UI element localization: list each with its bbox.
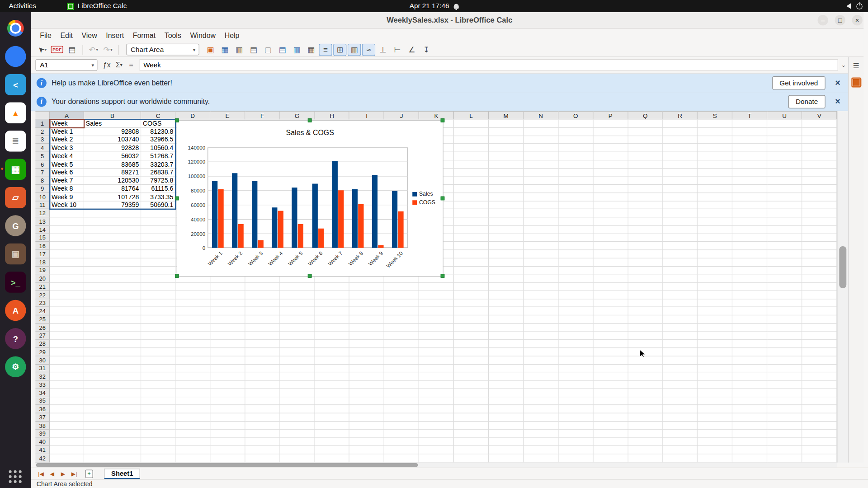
cell-V16[interactable] [802,242,837,250]
cell-U24[interactable] [767,307,802,315]
cell-V40[interactable] [802,438,837,446]
cell-J27[interactable] [384,332,419,340]
cell-I38[interactable] [349,422,384,430]
cell-A38[interactable] [50,422,84,430]
cell-E39[interactable] [210,430,245,438]
cell-I41[interactable] [349,446,384,454]
vertical-scrollbar-thumb[interactable] [839,246,846,288]
cell-O35[interactable] [558,397,593,405]
cell-R38[interactable] [663,422,698,430]
row-header-5[interactable]: 5 [35,152,50,160]
cell-R18[interactable] [663,258,698,267]
cell-U1[interactable] [767,119,802,127]
cell-P17[interactable] [593,250,628,258]
cell-U27[interactable] [767,332,802,340]
cell-E21[interactable] [210,283,245,291]
get-involved-button[interactable]: Get involved [772,76,825,89]
cell-G24[interactable] [280,307,315,315]
cell-D23[interactable] [175,299,210,307]
cell-V6[interactable] [802,160,837,169]
cell-S20[interactable] [698,275,732,283]
cell-O3[interactable] [558,136,593,144]
cell-U34[interactable] [767,389,802,397]
menu-format[interactable]: Format [128,30,160,42]
cell-K36[interactable] [419,405,454,413]
cell-S41[interactable] [698,446,732,454]
menu-file[interactable]: File [35,30,56,42]
row-header-30[interactable]: 30 [35,356,50,364]
cell-B36[interactable] [84,405,141,413]
cell-T21[interactable] [732,283,767,291]
last-sheet-icon[interactable]: ▶| [70,470,79,476]
cell-S14[interactable] [698,225,732,234]
cell-K41[interactable] [419,446,454,454]
cell-G27[interactable] [280,332,315,340]
cell-U4[interactable] [767,144,802,152]
cell-O29[interactable] [558,348,593,356]
cell-U19[interactable] [767,267,802,275]
cell-R27[interactable] [663,332,698,340]
row-header-1[interactable]: 1 [35,119,50,127]
cell-P16[interactable] [593,242,628,250]
cell-E40[interactable] [210,438,245,446]
cell-M4[interactable] [489,144,524,152]
sidebar-settings-icon[interactable]: ☰ [853,61,859,70]
cell-B14[interactable] [84,225,141,234]
column-header-S[interactable]: S [698,111,732,119]
cell-T37[interactable] [732,413,767,422]
cell-U39[interactable] [767,430,802,438]
cell-I22[interactable] [349,291,384,299]
cell-O21[interactable] [558,283,593,291]
cell-O26[interactable] [558,324,593,332]
cell-V24[interactable] [802,307,837,315]
cell-O6[interactable] [558,160,593,169]
selection-handle[interactable] [441,118,445,122]
cell-C6[interactable]: 33203.7 [141,160,175,169]
cell-N3[interactable] [524,136,558,144]
cell-N41[interactable] [524,446,558,454]
cell-S7[interactable] [698,169,732,177]
cell-L7[interactable] [454,169,489,177]
cell-B40[interactable] [84,438,141,446]
cell-R14[interactable] [663,225,698,234]
cell-F21[interactable] [245,283,280,291]
cell-R5[interactable] [663,152,698,160]
cell-Q11[interactable] [628,201,663,209]
chrome-icon[interactable] [5,18,26,39]
cell-V8[interactable] [802,177,837,185]
cell-S40[interactable] [698,438,732,446]
cell-H41[interactable] [315,446,349,454]
cell-C16[interactable] [141,242,175,250]
cell-C3[interactable]: 32966.5 [141,136,175,144]
cell-A22[interactable] [50,291,84,299]
cell-U28[interactable] [767,340,802,348]
cell-C18[interactable] [141,258,175,267]
horizontal-scrollbar-thumb[interactable] [36,463,418,467]
cell-B33[interactable] [84,380,141,389]
cell-V23[interactable] [802,299,837,307]
row-header-22[interactable]: 22 [35,291,50,299]
cell-S32[interactable] [698,372,732,380]
cell-H34[interactable] [315,389,349,397]
cell-R22[interactable] [663,291,698,299]
cell-H36[interactable] [315,405,349,413]
cell-U22[interactable] [767,291,802,299]
cell-B38[interactable] [84,422,141,430]
cell-V7[interactable] [802,169,837,177]
cell-T24[interactable] [732,307,767,315]
cell-K27[interactable] [419,332,454,340]
cell-B15[interactable] [84,234,141,242]
cell-V30[interactable] [802,356,837,364]
cell-D28[interactable] [175,340,210,348]
cell-C17[interactable] [141,250,175,258]
cell-R21[interactable] [663,283,698,291]
selection-handle[interactable] [175,118,179,122]
cell-B42[interactable] [84,454,141,462]
cell-K32[interactable] [419,372,454,380]
select-sum-icon[interactable]: Σ▾ [113,59,125,71]
cell-E42[interactable] [210,454,245,462]
activities-button[interactable]: Activities [0,2,45,10]
cell-M40[interactable] [489,438,524,446]
y-axis-button[interactable]: ⊢ [391,43,404,56]
cell-E26[interactable] [210,324,245,332]
